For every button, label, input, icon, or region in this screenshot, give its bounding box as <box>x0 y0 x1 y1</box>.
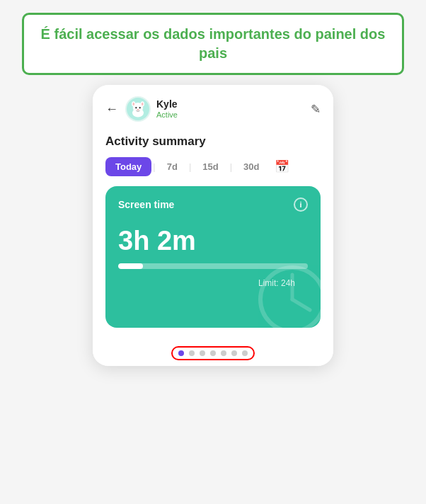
phone-frame: ← <box>93 85 333 366</box>
card-title: Screen time <box>118 199 174 210</box>
svg-line-12 <box>292 299 310 310</box>
dot-2[interactable] <box>189 350 195 356</box>
child-info: Kyle Active <box>156 98 178 120</box>
svg-point-9 <box>137 109 139 110</box>
dot-7[interactable] <box>242 350 248 356</box>
dot-3[interactable] <box>200 350 205 356</box>
tab-divider-3: | <box>229 161 234 172</box>
edit-button[interactable]: ✎ <box>311 102 321 117</box>
svg-point-6 <box>142 103 144 105</box>
section-title: Activity summary <box>105 134 321 149</box>
dots-container <box>93 336 333 366</box>
dot-5[interactable] <box>221 350 226 356</box>
phone-body: Activity summary Today | 7d | 15d | 30d … <box>93 129 333 336</box>
tab-30d[interactable]: 30d <box>234 157 269 176</box>
dots-wrapper <box>171 346 255 360</box>
child-name: Kyle <box>156 98 178 110</box>
dot-1[interactable] <box>178 350 184 356</box>
tab-7d[interactable]: 7d <box>157 157 188 176</box>
child-status: Active <box>156 110 178 120</box>
time-value: 3h 2m <box>118 226 308 256</box>
tab-15d[interactable]: 15d <box>192 157 228 176</box>
svg-point-5 <box>132 103 134 105</box>
header-left: ← <box>105 96 178 122</box>
tab-divider-2: | <box>188 161 192 172</box>
banner-text: É fácil acessar os dados importantes do … <box>37 25 389 63</box>
back-button[interactable]: ← <box>105 102 118 117</box>
tab-today[interactable]: Today <box>105 157 151 176</box>
avatar <box>125 96 151 122</box>
svg-point-8 <box>139 107 141 108</box>
info-icon[interactable]: i <box>294 197 308 212</box>
phone-header: ← <box>93 85 333 129</box>
screen-time-card: Screen time i 3h 2m Limit: 24h <box>105 186 321 328</box>
svg-point-7 <box>135 107 137 108</box>
dot-4[interactable] <box>210 350 216 356</box>
avatar-icon <box>127 98 149 120</box>
tabs-bar: Today | 7d | 15d | 30d 📅 <box>105 157 321 176</box>
top-banner: É fácil acessar os dados importantes do … <box>22 13 404 75</box>
calendar-icon[interactable]: 📅 <box>275 159 289 174</box>
clock-decoration-icon <box>257 264 321 328</box>
tab-divider-1: | <box>151 161 156 172</box>
progress-fill <box>118 263 143 269</box>
card-header: Screen time i <box>118 197 308 212</box>
dot-6[interactable] <box>231 350 237 356</box>
